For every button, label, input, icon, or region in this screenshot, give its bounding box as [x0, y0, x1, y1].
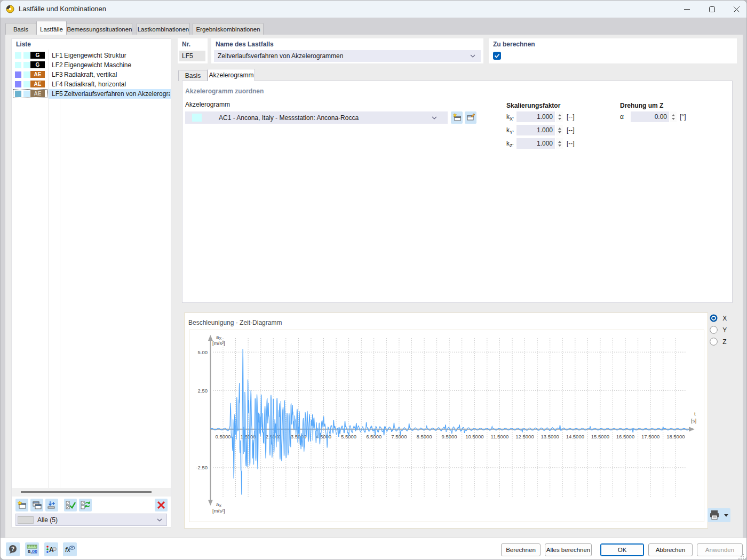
minimize-button[interactable]: [674, 1, 699, 18]
new-load-case-button[interactable]: [15, 499, 28, 511]
tab-bemessungssituationen[interactable]: Bemessungssituationen: [67, 23, 132, 35]
axis-radio-y[interactable]: Y: [710, 326, 727, 334]
alpha-unit: [°]: [680, 113, 686, 121]
filter-label: Alle (5): [37, 516, 58, 524]
scaling-field-0[interactable]: 1.000: [516, 111, 555, 122]
list-filter-dropdown[interactable]: Alle (5): [15, 514, 167, 526]
name-label: Name des Lastfalls: [216, 41, 274, 48]
svg-text:t: t: [694, 411, 696, 417]
chart-panel: Beschleunigung - Zeit-Diagramm aX[m/s²]a…: [184, 313, 708, 529]
list-horizontal-scrollbar[interactable]: [12, 488, 171, 497]
units-button[interactable]: 0,00: [25, 542, 39, 556]
close-button[interactable]: [724, 1, 747, 18]
print-dropdown-arrow: [724, 514, 728, 517]
svg-text:2.5000: 2.5000: [266, 434, 281, 439]
footer-bar: ? 0,00 A fx BerechnenAlles berechnenOKAb…: [1, 538, 747, 560]
row-id: LF3: [52, 71, 63, 78]
app-icon: [6, 5, 14, 13]
load-case-list-panel: Liste GLF1Eigengewicht StrukturGLF2Eigen…: [11, 38, 171, 527]
svg-text:00: 00: [32, 549, 37, 554]
svg-text:12.5000: 12.5000: [515, 434, 534, 439]
renumber-button[interactable]: [45, 499, 58, 511]
load-case-row-lf5[interactable]: AELF5Zeitverlaufsverfahren von Akzelerog…: [12, 89, 171, 99]
scaling-unit-2: [--]: [567, 140, 575, 147]
copy-load-case-button[interactable]: [30, 499, 43, 511]
svg-text:6.5000: 6.5000: [366, 434, 382, 439]
invert-check-button[interactable]: [79, 499, 92, 511]
svg-text:15.5000: 15.5000: [591, 434, 609, 439]
zu-berechnen-checkbox[interactable]: [493, 52, 501, 60]
tab-basis[interactable]: Basis: [5, 23, 36, 35]
edit-akzelerogramm-library-button[interactable]: [465, 111, 476, 124]
delete-load-case-button[interactable]: [155, 499, 168, 511]
scaling-field-1[interactable]: 1.000: [516, 125, 555, 135]
scrollbar-thumb[interactable]: [21, 491, 152, 493]
svg-text:-2.50: -2.50: [196, 465, 208, 470]
svg-text:11.5000: 11.5000: [491, 434, 509, 439]
svg-text:10.5000: 10.5000: [465, 434, 483, 439]
row-color-swatch-2: [23, 91, 30, 97]
filter-swatch: [18, 516, 34, 524]
anwenden-button[interactable]: Anwenden: [697, 543, 743, 556]
akzelerogramm-label: Akzelerogramm: [185, 101, 230, 108]
svg-text:16.5000: 16.5000: [616, 434, 634, 439]
alles-berechnen-button[interactable]: Alles berechnen: [545, 543, 592, 556]
load-case-name-dropdown[interactable]: Zeitverlaufsverfahren von Akzelerogramme…: [214, 50, 481, 62]
scaling-field-2[interactable]: 1.000: [516, 138, 555, 149]
subtab-basis[interactable]: Basis: [178, 70, 208, 81]
svg-text:9.5000: 9.5000: [442, 434, 457, 439]
row-id: LF1: [52, 52, 63, 59]
row-type-badge: AE: [30, 71, 45, 78]
scaling-label-0: kX': [506, 113, 514, 122]
svg-text:17.5000: 17.5000: [641, 434, 659, 439]
ok-button[interactable]: OK: [600, 543, 644, 556]
radio-label: Y: [722, 326, 727, 334]
svg-text:[m/s²]: [m/s²]: [212, 340, 225, 346]
alpha-spinner[interactable]: [670, 111, 677, 122]
nr-group: Nr. LF5: [178, 38, 208, 63]
scaling-unit-0: [--]: [567, 113, 575, 121]
akzelerogramm-dropdown[interactable]: AC1 - Ancona, Italy - Messstation: Ancon…: [185, 111, 448, 124]
row-color-swatch-1: [15, 91, 21, 97]
svg-text:0.5000: 0.5000: [215, 434, 231, 439]
display-settings-button[interactable]: A: [44, 542, 58, 556]
assign-heading: Akzelerogramm zuordnen: [185, 87, 264, 95]
load-case-row-lf1[interactable]: GLF1Eigengewicht Struktur: [12, 51, 171, 60]
skalierungsfaktor-heading: Skalierungsfaktor: [506, 102, 560, 109]
scaling-spinner-0[interactable]: [556, 111, 563, 122]
row-name: Eigengewicht Struktur: [64, 52, 170, 59]
check-all-button[interactable]: [64, 499, 77, 511]
load-case-row-lf2[interactable]: GLF2Eigengewicht Maschine: [12, 60, 171, 70]
nr-value-field: LF5: [179, 51, 205, 61]
chevron-down-icon: [432, 116, 437, 119]
tab-lastfaelle[interactable]: Lastfälle: [36, 21, 67, 35]
load-case-row-lf3[interactable]: AELF3Radiakraft, vertikal: [12, 70, 171, 79]
abbrechen-button[interactable]: Abbrechen: [648, 543, 693, 556]
tab-ergebniskombinationen[interactable]: Ergebniskombinationen: [193, 23, 264, 35]
berechnen-button[interactable]: Berechnen: [501, 543, 541, 556]
axis-radio-z[interactable]: Z: [710, 338, 727, 346]
help-button[interactable]: ?: [6, 542, 20, 556]
drehung-heading: Drehung um Z: [620, 102, 663, 109]
accelerogram-chart: aX[m/s²]aX[m/s²]t[s]5.002.50-2.500.50001…: [189, 330, 704, 522]
comment-formula-button[interactable]: fx: [63, 542, 77, 556]
nr-label: Nr.: [182, 41, 190, 48]
resize-grip[interactable]: [738, 554, 745, 560]
scaling-spinner-2[interactable]: [556, 138, 563, 149]
axis-radio-x[interactable]: X: [710, 314, 727, 322]
maximize-button[interactable]: [700, 1, 724, 18]
print-button[interactable]: [708, 508, 730, 522]
svg-text:18.5000: 18.5000: [666, 434, 685, 439]
new-akzelerogramm-button[interactable]: [451, 111, 463, 124]
row-color-swatch-1: [15, 52, 21, 59]
alpha-field[interactable]: 0.00: [631, 111, 669, 122]
row-name: Eigengewicht Maschine: [64, 61, 170, 69]
scaling-spinner-1[interactable]: [556, 125, 563, 135]
chart-title: Beschleunigung - Zeit-Diagramm: [188, 319, 282, 326]
svg-text:[m/s²]: [m/s²]: [212, 508, 225, 514]
name-group: Name des Lastfalls Zeitverlaufsverfahren…: [211, 38, 483, 63]
tab-lastkombinationen[interactable]: Lastkombinationen: [137, 23, 190, 35]
subtab-akzelerogramm[interactable]: Akzelerogramm: [208, 69, 255, 81]
chart-plot-area: aX[m/s²]aX[m/s²]t[s]5.002.50-2.500.50001…: [189, 330, 704, 522]
load-case-row-lf4[interactable]: AELF4Radialkraft, horizontal: [12, 79, 171, 89]
